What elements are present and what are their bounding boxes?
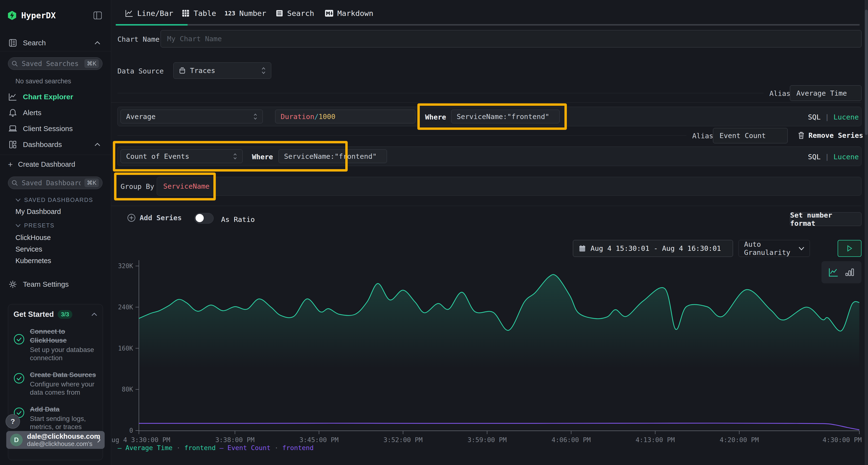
user-email: dale@clickhouse.com [27,432,93,440]
sidebar-item-clickhouse[interactable]: ClickHouse [16,234,51,242]
chart-name-input[interactable] [166,34,856,43]
get-started-step[interactable]: Add Data Start sending logs, metrics, or… [13,405,97,431]
user-menu[interactable]: D dale@clickhouse.com dale@clickhouse.co… [6,431,105,449]
sidebar-item-label: Chart Explorer [23,93,73,101]
series-2-aggregation-select[interactable]: Count of Events [121,150,243,163]
step-desc: Configure where your data comes from [30,380,100,397]
shortcut-badge: ⌘K [84,59,99,68]
group-label: SAVED DASHBOARDS [24,197,93,203]
svg-text:320K: 320K [118,262,133,270]
tab-label: Markdown [337,9,373,18]
as-ratio-toggle[interactable] [194,213,214,224]
chart-name-input-wrap [161,30,862,47]
get-started-step[interactable]: Create Data Sources Configure where your… [13,370,97,397]
group-by-label: Group By [121,182,154,191]
presets-group[interactable]: PRESETS [16,222,55,229]
sidebar-item-team-settings[interactable]: Team Settings [8,277,103,291]
group-by-input[interactable]: ServiceName [157,177,862,196]
get-started-step[interactable]: Connect to ClickHouse Set up your databa… [13,327,97,362]
team-settings-label: Team Settings [23,280,69,289]
saved-dashboards-input[interactable]: ⌘K [8,176,102,189]
series-1-aggregation-select[interactable]: Average [121,110,263,123]
step-desc: Set up your database connection [30,346,97,362]
sidebar-item-my-dashboard[interactable]: My Dashboard [16,208,61,215]
sidebar-item-alerts[interactable]: Alerts [8,106,103,120]
alias-input-1-wrap [790,85,862,101]
help-button[interactable]: ? [5,414,20,429]
markdown-icon [325,10,334,17]
svg-text:4:20:00 PM: 4:20:00 PM [720,436,759,443]
divider: | [825,113,829,121]
svg-text:240K: 240K [118,304,133,311]
create-dashboard-button[interactable]: + Create Dashboard [8,158,103,171]
saved-searches-field[interactable] [21,60,81,68]
series-2-where-input[interactable]: ServiceName:"frontend" [278,150,387,163]
tab-line-bar[interactable]: Line/Bar [125,7,173,19]
tab-label: Table [194,9,216,18]
get-started-badge: 3/3 [58,310,72,319]
sidebar-item-client-sessions[interactable]: Client Sessions [8,122,103,135]
main-panel: Line/Bar Table 123 Number Search Markdow… [111,0,868,465]
sidebar-section-search[interactable]: Search [8,36,103,49]
lucene-option[interactable]: Lucene [834,153,859,161]
sidebar-item-dashboards[interactable]: Dashboards [8,138,103,151]
saved-dashboards-group[interactable]: SAVED DASHBOARDS [16,197,93,203]
logo[interactable]: HyperDX [7,10,56,20]
tab-markdown[interactable]: Markdown [325,7,373,19]
chevron-down-icon [16,224,21,227]
series-1-where-label: Where [425,113,446,121]
plus-icon: + [8,160,13,169]
user-team: dale@clickhouse.com's [27,440,93,447]
bell-icon [8,109,18,117]
where-value: ServiceName:"frontend" [284,152,377,161]
remove-series-button[interactable]: Remove Series [798,131,863,139]
sidebar-item-chart-explorer[interactable]: Chart Explorer [8,90,103,104]
trash-icon [798,132,805,139]
toggle-knob [195,214,204,222]
chevron-up-icon[interactable] [94,143,100,146]
sql-option[interactable]: SQL [808,113,820,121]
plus-circle-icon [127,213,136,222]
tab-search[interactable]: Search [276,7,314,19]
chevron-up-icon[interactable] [91,312,97,317]
data-source-value: Traces [190,66,261,75]
lucene-option[interactable]: Lucene [834,113,859,121]
set-number-format-button[interactable]: Set number format [790,212,862,226]
chart-type-tabs: Line/Bar Table 123 Number Search Markdow… [111,0,868,26]
divider: | [825,153,829,161]
sidebar-item-label: Dashboards [23,140,62,148]
tab-table[interactable]: Table [182,7,216,19]
search-list-icon [276,9,283,17]
database-icon [179,67,186,74]
data-source-select[interactable]: Traces [173,62,271,79]
get-started-title: Get Started [13,310,54,319]
field-token-1000: 1000 [318,112,335,121]
svg-text:3:52:00 PM: 3:52:00 PM [383,436,423,443]
shortcut-badge: ⌘K [84,178,99,187]
chevron-right-icon [97,437,101,443]
collapse-sidebar-icon[interactable] [94,11,102,19]
tab-number[interactable]: 123 Number [224,7,266,19]
chevron-up-icon[interactable] [94,41,100,45]
search-icon [11,61,18,67]
scrollbar-thumb[interactable] [865,10,868,135]
svg-text:3:38:00 PM: 3:38:00 PM [215,436,255,443]
sidebar-item-services[interactable]: Services [16,245,42,253]
tab-track [116,24,860,26]
timeseries-chart[interactable]: 080K160K240K320KAug 4 3:30:00 PM3:38:00 … [111,251,865,465]
aggregation-value: Average [126,112,253,121]
series-1-field-input[interactable]: Duration/1000 [275,110,415,123]
sidebar-item-kubernetes[interactable]: Kubernetes [16,257,51,265]
alias-input-2[interactable] [719,131,782,140]
svg-text:3:59:00 PM: 3:59:00 PM [467,436,507,443]
check-circle-icon [13,373,25,384]
alias-input-1[interactable] [796,89,856,98]
number-icon: 123 [224,10,235,17]
series-1-where-input[interactable]: ServiceName:"frontend" [451,110,560,123]
sql-option[interactable]: SQL [808,153,820,161]
step-title: Connect to ClickHouse [30,327,90,345]
saved-dashboards-field[interactable] [21,179,81,187]
saved-searches-input[interactable]: ⌘K [8,57,102,70]
svg-text:Aug 4 3:30:00 PM: Aug 4 3:30:00 PM [111,436,170,443]
add-series-button[interactable]: Add Series [127,213,182,222]
